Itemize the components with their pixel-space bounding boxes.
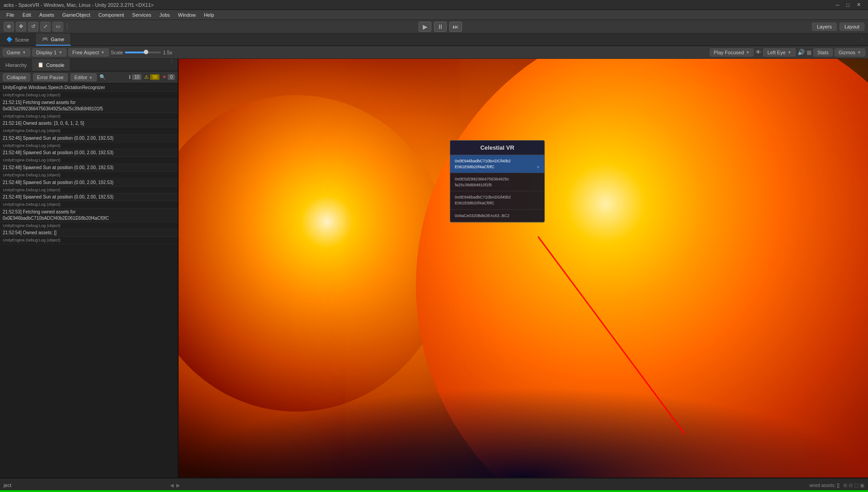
error-pause-button[interactable]: Error Pause (33, 73, 68, 81)
console-line[interactable]: UnityEngine.Debug:Log (object) (0, 201, 178, 208)
celestial-item-2-text: 0x0E946badbC710bADGf40b2E061E68b20f4aCf0… (455, 195, 511, 205)
play-button[interactable]: ▶ (419, 22, 431, 32)
celestial-panel[interactable]: Celestial VR 0x0E946badbC710bADCf40b2E06… (450, 140, 545, 222)
left-tabs: Hierarchy 📋 Console ⋮ (0, 59, 178, 71)
gizmos-button[interactable]: Gizmos ▼ (835, 48, 865, 57)
celestial-item-3[interactable]: 0x9aCe0320Bde2EAc63..BC2 (450, 210, 544, 222)
game-dropdown-arrow: ▼ (22, 50, 26, 55)
celestial-dropdown-icon[interactable]: ∨ (537, 164, 540, 170)
console-line[interactable]: UnityEngine.Debug:Log (object) (0, 172, 178, 179)
tab-game[interactable]: 🎮 Game (36, 33, 71, 46)
warning-icon: ⚠ (144, 74, 149, 80)
layout-button[interactable]: Layout (840, 23, 864, 31)
console-line[interactable]: UnityEngine.Debug:Log (object) (0, 157, 178, 164)
game-toolbar: Game ▼ Display 1 ▼ Free Aspect ▼ Scale 1… (0, 46, 868, 59)
console-line[interactable]: UnityEngine.Debug:Log (object) (0, 222, 178, 230)
console-line[interactable]: 21:52:48] Spawned Sun at position (0.00,… (0, 149, 178, 157)
bottom-scroll[interactable]: ◀ (170, 483, 174, 488)
step-icon: ⏭ (453, 23, 459, 30)
audio-icon[interactable]: 🔊 (797, 49, 805, 56)
console-line[interactable]: UnityEngine.Debug:Log (object) (0, 128, 178, 135)
gizmos-label: Gizmos (839, 50, 855, 55)
left-panel: Hierarchy 📋 Console ⋮ Collapse Error Pau… (0, 59, 179, 478)
celestial-item-0[interactable]: 0x0E946badbC710bADCf40b2E061E68b20f4aCf0… (450, 155, 544, 173)
stats-button[interactable]: Stats (813, 48, 833, 57)
display-dropdown[interactable]: Display 1 ▼ (32, 48, 66, 57)
menu-jobs[interactable]: Jobs (156, 11, 174, 19)
console-line[interactable]: UnityEngine.Debug:Log (object) (0, 187, 178, 194)
log-count: 10 (132, 74, 142, 80)
error-count: 0 (168, 74, 175, 80)
console-line[interactable]: UnityEngine.Debug:Log (object) (0, 142, 178, 150)
eye-icon: 👁 (755, 49, 761, 56)
tab-scene[interactable]: 🔷 Scene (0, 33, 36, 46)
title-text: acks - SpaceVR - Windows, Mac, Linux - U… (4, 2, 154, 8)
scale-slider[interactable] (125, 52, 161, 53)
toolbar-rect[interactable]: ▭ (52, 22, 63, 32)
console-content[interactable]: UnityEngine.Windows.Speech.DictationReco… (0, 83, 178, 478)
toolbar-transform[interactable]: ⊕ (4, 22, 14, 32)
display-dropdown-arrow: ▼ (58, 50, 62, 55)
step-button[interactable]: ⏭ (449, 22, 462, 32)
bottom-icons: ⊞ ⊟ ▢ ▣ (843, 483, 864, 488)
celestial-item-1[interactable]: 0x0E5d29923664756364925cfa25c39d684810f1… (450, 173, 544, 191)
log-icon: ℹ (129, 74, 131, 80)
window-close[interactable]: ✕ (853, 2, 864, 8)
window-maximize[interactable]: □ (843, 2, 853, 8)
menu-assets[interactable]: Assets (36, 11, 58, 19)
scene-icon: 🔷 (6, 37, 13, 43)
editor-dropdown[interactable]: Editor ▼ (71, 73, 97, 81)
left-eye-arrow: ▼ (788, 50, 792, 55)
scale-value: 1.5x (163, 50, 172, 55)
aspect-dropdown[interactable]: Free Aspect ▼ (68, 48, 109, 57)
scene-tab-label: Scene (15, 37, 29, 43)
console-line[interactable]: 21:52:16] Owned assets: [3, 0, 6, 1, 2, … (0, 120, 178, 128)
console-line[interactable]: 21:52:48] Spawned Sun at position (0.00,… (0, 164, 178, 172)
warning-count-group: ⚠ 98 (144, 74, 160, 80)
menu-window[interactable]: Window (175, 11, 199, 19)
scale-thumb (144, 50, 148, 54)
layers-button[interactable]: Layers (812, 23, 837, 31)
aspect-dropdown-arrow: ▼ (101, 50, 105, 55)
main-content: Hierarchy 📋 Console ⋮ Collapse Error Pau… (0, 59, 868, 478)
console-line[interactable]: UnityEngine.Debug:Log (object) (0, 237, 178, 244)
menu-edit[interactable]: Edit (19, 11, 35, 19)
console-line[interactable]: 21:52:53] Fetching owned assets for 0x0E… (0, 208, 178, 222)
console-line[interactable]: UnityEngine.Debug:Log (object) (0, 92, 178, 99)
play-focused-label: Play Focused (714, 50, 744, 55)
main-toolbar: ⊕ ✥ ↺ ⤢ ▭ ▶ ⏸ ⏭ Layers Layout (0, 20, 868, 33)
tab-hierarchy[interactable]: Hierarchy (0, 59, 32, 71)
console-line[interactable]: 21:52:15] Fetching owned assets for 0x0E… (0, 99, 178, 113)
console-line[interactable]: UnityEngine.Windows.Speech.DictationReco… (0, 84, 178, 92)
menu-help[interactable]: Help (200, 11, 218, 19)
celestial-item-2[interactable]: 0x0E946badbC710bADGf40b2E061E68b20f4aCf0… (450, 191, 544, 209)
game-dropdown[interactable]: Game ▼ (3, 48, 30, 57)
window-minimize[interactable]: ─ (832, 2, 843, 8)
celestial-panel-title: Celestial VR (450, 141, 544, 155)
console-line[interactable]: UnityEngine.Debug:Log (object) (0, 113, 178, 120)
tab-console[interactable]: 📋 Console (32, 59, 70, 71)
play-focused-dropdown[interactable]: Play Focused ▼ (710, 48, 754, 57)
stats-label: Stats (817, 50, 829, 55)
console-line[interactable]: 21:52:54] Owned assets: [] (0, 229, 178, 237)
toolbar-scale[interactable]: ⤢ (40, 22, 51, 32)
menu-component[interactable]: Component (94, 11, 127, 19)
bottom-scroll-right[interactable]: ▶ (176, 483, 180, 488)
toolbar-rotate[interactable]: ↺ (28, 22, 38, 32)
console-line[interactable]: 21:52:48] Spawned Sun at position (0.00,… (0, 179, 178, 187)
pause-button[interactable]: ⏸ (434, 22, 447, 32)
menu-bar: File Edit Assets GameObject Component Se… (0, 10, 868, 20)
menu-services[interactable]: Services (128, 11, 155, 19)
console-line[interactable]: 21:52:45] Spawned Sun at position (0.00,… (0, 135, 178, 142)
collapse-button[interactable]: Collapse (3, 73, 30, 81)
tab-more-icon[interactable]: ⋮ (860, 37, 864, 42)
console-search[interactable]: 🔍 (99, 74, 106, 80)
left-eye-dropdown[interactable]: Left Eye ▼ (763, 48, 795, 57)
left-tab-more[interactable]: ⋮ (165, 59, 178, 71)
game-viewport[interactable]: Celestial VR 0x0E946badbC710bADCf40b2E06… (179, 59, 868, 478)
scene-game-tabs: 🔷 Scene 🎮 Game ⋮ (0, 33, 868, 46)
menu-gameobject[interactable]: GameObject (59, 11, 94, 19)
toolbar-move[interactable]: ✥ (16, 22, 26, 32)
menu-file[interactable]: File (3, 11, 18, 19)
console-line[interactable]: 21:52:49] Spawned Sun at position (0.00,… (0, 194, 178, 201)
